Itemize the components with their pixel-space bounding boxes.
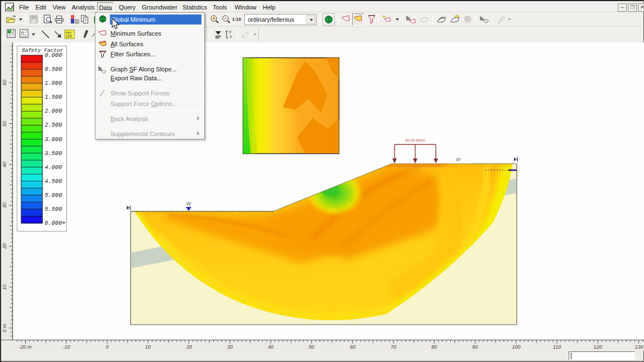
svg-text:10: 10 <box>145 344 151 350</box>
svg-text:5.500: 5.500 <box>45 206 62 213</box>
svg-text:0: 0 <box>105 344 108 350</box>
svg-text:-20 m: -20 m <box>18 344 32 350</box>
svg-text:20: 20 <box>186 344 192 350</box>
svg-text:3.500: 3.500 <box>45 150 62 157</box>
svg-text:130: 130 <box>635 344 643 350</box>
svg-text:0 m: 0 m <box>2 324 7 332</box>
svg-text:60: 60 <box>2 80 7 85</box>
svg-text:1.500: 1.500 <box>45 94 62 100</box>
svg-text:A: A <box>21 30 25 35</box>
svg-text:30: 30 <box>227 344 233 350</box>
svg-text:110: 110 <box>553 344 561 350</box>
svg-text:40: 40 <box>2 162 7 167</box>
svg-text:0.000: 0.000 <box>45 52 62 59</box>
svg-text:6.000+: 6.000+ <box>45 220 65 226</box>
svg-text:20: 20 <box>2 243 7 249</box>
svg-text:50: 50 <box>2 121 7 127</box>
svg-text:50: 50 <box>309 344 314 350</box>
svg-text:30.00 kN/m: 30.00 kN/m <box>405 138 425 142</box>
svg-text:Y: Y <box>229 30 232 34</box>
svg-text:0.500: 0.500 <box>45 66 62 73</box>
svg-text:30: 30 <box>2 202 7 208</box>
svg-text:4.000: 4.000 <box>45 164 62 171</box>
svg-text:70: 70 <box>391 344 396 350</box>
svg-text:60: 60 <box>350 344 355 350</box>
svg-text:80: 80 <box>431 344 437 350</box>
svg-text:-10: -10 <box>63 344 70 350</box>
svg-text:5.000: 5.000 <box>45 192 62 199</box>
svg-text:4.500: 4.500 <box>45 178 62 185</box>
svg-text:120: 120 <box>593 344 602 350</box>
svg-text:3.000: 3.000 <box>45 136 62 143</box>
svg-text:100: 100 <box>512 344 520 350</box>
svg-text:x: x <box>230 35 232 38</box>
svg-text:90: 90 <box>472 344 478 350</box>
svg-text:2.000: 2.000 <box>45 108 62 114</box>
svg-text:2: 2 <box>12 30 14 35</box>
svg-text:2.500: 2.500 <box>45 122 62 128</box>
svg-text:1.000: 1.000 <box>45 80 62 86</box>
svg-text:40: 40 <box>268 344 273 350</box>
svg-text:10: 10 <box>2 284 7 290</box>
svg-text:123: 123 <box>66 34 72 38</box>
